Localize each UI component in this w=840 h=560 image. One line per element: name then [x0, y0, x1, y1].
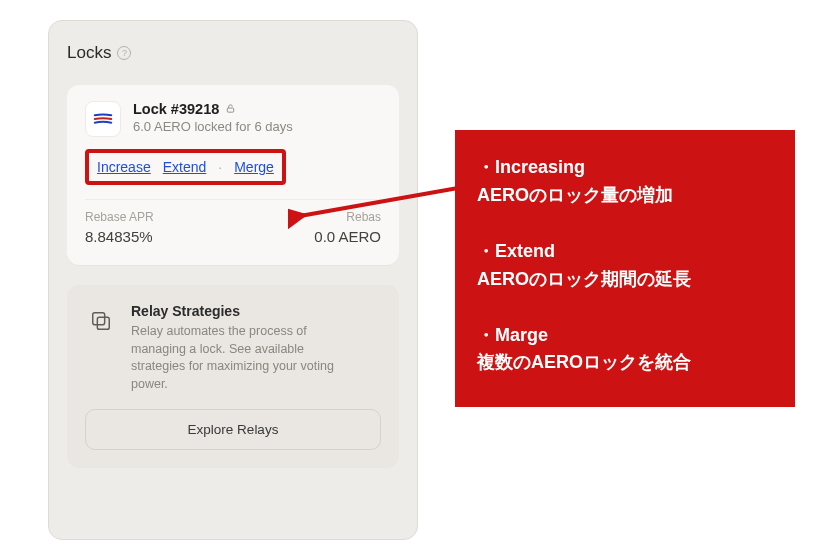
annotation-extend: ・Extend AEROのロック期間の延長 — [477, 238, 773, 294]
stats-row: Rebase APR 8.84835% Rebas 0.0 AERO — [85, 210, 381, 245]
panel-header: Locks ? — [67, 43, 399, 63]
annotation-increasing-head: ・Increasing — [477, 154, 773, 182]
help-icon[interactable]: ? — [117, 46, 131, 60]
svg-rect-1 — [93, 313, 105, 325]
annotation-increasing: ・Increasing AEROのロック量の増加 — [477, 154, 773, 210]
rebase-value: 0.0 AERO — [314, 228, 381, 245]
annotation-merge: ・Marge 複数のAEROロックを統合 — [477, 322, 773, 378]
rebase-label: Rebas — [346, 210, 381, 224]
relay-desc: Relay automates the process of managing … — [131, 323, 351, 393]
merge-link[interactable]: Merge — [234, 159, 274, 175]
annotation-merge-sub: 複数のAEROロックを統合 — [477, 349, 773, 377]
locks-panel: Locks ? Lock #39218 — [48, 20, 418, 540]
annotation-box: ・Increasing AEROのロック量の増加 ・Extend AEROのロッ… — [455, 130, 795, 407]
rebase-apr-value: 8.84835% — [85, 228, 154, 245]
annotation-extend-head: ・Extend — [477, 238, 773, 266]
lock-title-row: Lock #39218 — [133, 101, 293, 117]
lock-title: Lock #39218 — [133, 101, 219, 117]
rebase-stat: Rebas 0.0 AERO — [314, 210, 381, 245]
lock-actions-box: Increase Extend · Merge — [85, 149, 286, 185]
divider — [85, 199, 381, 200]
panel-title: Locks — [67, 43, 111, 63]
lock-head: Lock #39218 6.0 AERO locked for 6 days — [85, 101, 381, 137]
padlock-icon — [225, 103, 236, 116]
annotation-merge-head: ・Marge — [477, 322, 773, 350]
lock-subtitle: 6.0 AERO locked for 6 days — [133, 119, 293, 134]
annotation-increasing-sub: AEROのロック量の増加 — [477, 182, 773, 210]
rebase-apr-label: Rebase APR — [85, 210, 154, 224]
increase-link[interactable]: Increase — [97, 159, 151, 175]
lock-card: Lock #39218 6.0 AERO locked for 6 days I… — [67, 85, 399, 265]
relay-title: Relay Strategies — [131, 303, 351, 319]
explore-relays-button[interactable]: Explore Relays — [85, 409, 381, 450]
aero-logo-icon — [85, 101, 121, 137]
extend-link[interactable]: Extend — [163, 159, 207, 175]
separator-dot: · — [218, 159, 222, 175]
relay-card: Relay Strategies Relay automates the pro… — [67, 285, 399, 468]
rebase-apr-stat: Rebase APR 8.84835% — [85, 210, 154, 245]
svg-rect-2 — [97, 317, 109, 329]
relay-top: Relay Strategies Relay automates the pro… — [85, 303, 381, 393]
svg-rect-0 — [228, 108, 234, 112]
relay-icon — [85, 305, 117, 337]
relay-text: Relay Strategies Relay automates the pro… — [131, 303, 351, 393]
annotation-extend-sub: AEROのロック期間の延長 — [477, 266, 773, 294]
lock-info: Lock #39218 6.0 AERO locked for 6 days — [133, 101, 293, 134]
